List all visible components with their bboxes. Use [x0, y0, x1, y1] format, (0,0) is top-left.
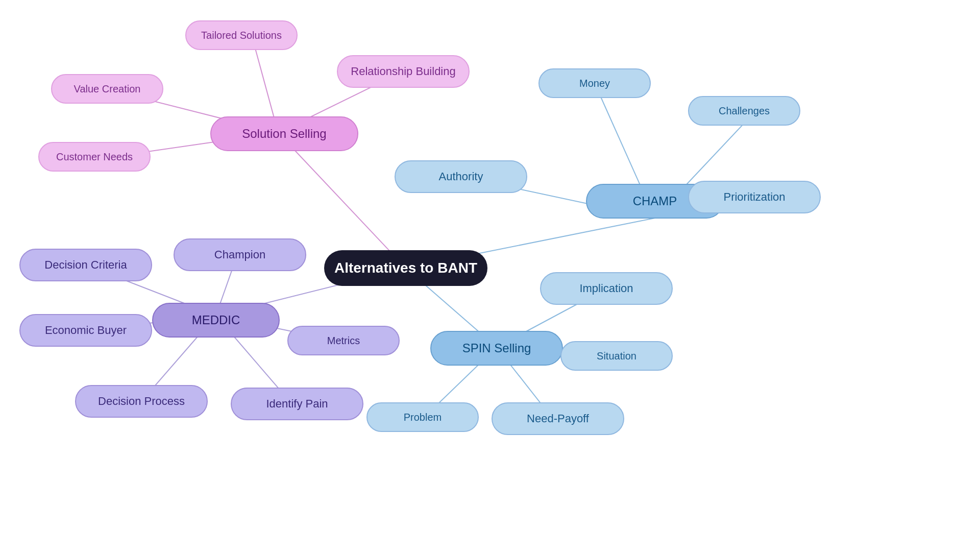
challenges-node: Challenges — [688, 96, 800, 126]
decision-criteria-node: Decision Criteria — [19, 249, 152, 281]
solution-selling-node: Solution Selling — [210, 116, 358, 151]
decision-process-node: Decision Process — [75, 385, 208, 418]
tailored-solutions-node: Tailored Solutions — [185, 20, 298, 50]
problem-node: Problem — [366, 402, 479, 432]
identify-pain-node: Identify Pain — [231, 388, 363, 420]
prioritization-node: Prioritization — [688, 181, 821, 213]
center-node: Alternatives to BANT — [324, 250, 487, 286]
economic-buyer-node: Economic Buyer — [19, 314, 152, 347]
money-node: Money — [538, 68, 651, 98]
spin-selling-node: SPIN Selling — [430, 331, 563, 366]
value-creation-node: Value Creation — [51, 74, 163, 104]
relationship-building-node: Relationship Building — [337, 55, 470, 88]
need-payoff-node: Need-Payoff — [492, 402, 624, 435]
authority-node: Authority — [395, 160, 527, 193]
situation-node: Situation — [560, 341, 673, 371]
metrics-node: Metrics — [287, 326, 400, 355]
implication-node: Implication — [540, 272, 673, 305]
champion-node: Champion — [174, 238, 306, 271]
customer-needs-node: Customer Needs — [38, 142, 151, 172]
meddic-node: MEDDIC — [152, 303, 280, 338]
